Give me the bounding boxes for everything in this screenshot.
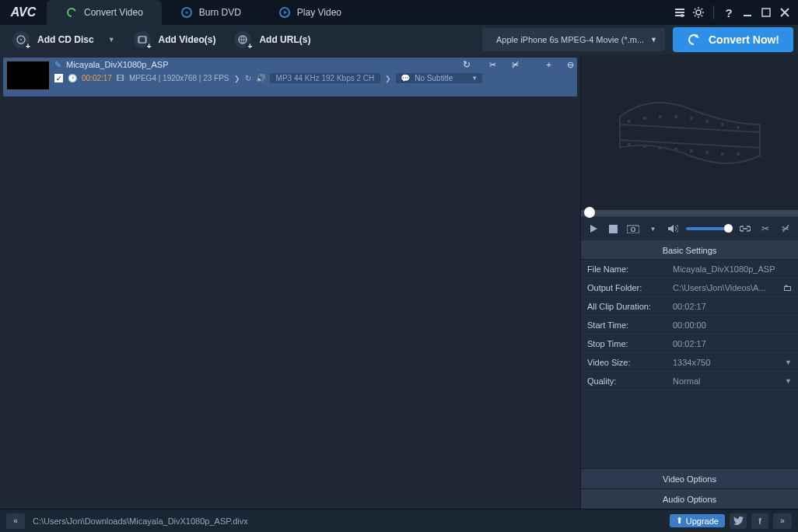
setting-value: 00:02:17 (673, 302, 792, 311)
chevron-down-icon: ▼ (785, 359, 792, 366)
film-reel-icon (612, 86, 768, 179)
chevron-down-icon: ▼ (785, 377, 792, 385)
collapse-button[interactable]: « (6, 513, 25, 529)
source-path: C:\Users\Jon\Downloads\Micayala_DivX1080… (33, 516, 248, 526)
setting-value[interactable]: 00:02:17 (673, 339, 792, 348)
svg-point-6 (681, 14, 684, 17)
expand-button[interactable]: » (773, 513, 792, 529)
clock-icon: 🕑 (68, 74, 77, 82)
globe-plus-icon (234, 31, 251, 48)
file-item[interactable]: ✎ Micayala_DivX1080p_ASP ↻ ✂ ✂̸ + ⊖ ✓ 🕑 (3, 58, 577, 96)
seek-slider[interactable] (581, 210, 798, 216)
svg-rect-24 (628, 143, 631, 146)
upgrade-label: Upgrade (686, 516, 719, 526)
svg-rect-31 (737, 152, 740, 156)
scissors-icon[interactable]: ✂ (489, 60, 496, 70)
tab-play-video[interactable]: Play Video (260, 0, 360, 25)
svg-point-1 (185, 12, 187, 14)
stop-icon[interactable] (607, 222, 618, 235)
remove-icon[interactable]: ⊖ (567, 60, 574, 70)
chevron-down-icon[interactable]: ▼ (647, 222, 659, 235)
svg-rect-17 (643, 117, 646, 120)
title-bar: AVC Convert Video Burn DVD Play Video ? (0, 0, 798, 25)
setting-value[interactable]: 00:00:00 (673, 320, 792, 330)
svg-rect-28 (690, 149, 693, 152)
options-icon[interactable] (673, 5, 687, 19)
video-thumbnail (6, 61, 50, 90)
maximize-icon[interactable] (759, 5, 773, 19)
plus-icon[interactable]: + (547, 60, 551, 69)
setting-label: Output Folder: (587, 283, 673, 292)
chevron-right-icon[interactable]: ❯ (234, 75, 240, 82)
gear-icon[interactable] (691, 5, 705, 19)
crop-icon[interactable]: ✂̸ (512, 60, 519, 70)
volume-icon[interactable] (667, 222, 678, 235)
folder-icon[interactable]: 🗀 (783, 283, 792, 292)
setting-start-time: Start Time: 00:00:00 (581, 316, 798, 334)
setting-quality[interactable]: Quality: Normal ▼ (581, 372, 798, 390)
svg-rect-14 (145, 37, 146, 43)
speaker-icon: 🔊 (256, 74, 265, 82)
minimize-icon[interactable] (740, 5, 754, 19)
svg-rect-4 (675, 12, 684, 13)
player-controls: ▼ ✂ ✂̸ (581, 216, 798, 241)
video-options-button[interactable]: Video Options (581, 468, 798, 488)
play-icon[interactable] (587, 222, 599, 235)
button-label: Add CD Disc (37, 34, 94, 45)
setting-output-folder: Output Folder: C:\Users\Jon\Videos\A... … (581, 278, 798, 297)
subtitle-selector[interactable]: 💬 No Subtitle ▼ (396, 73, 482, 83)
setting-value: Normal (673, 376, 785, 386)
audio-info[interactable]: MP3 44 KHz 192 Kbps 2 CH (270, 73, 381, 83)
setting-value[interactable]: Micayala_DivX1080p_ASP (673, 264, 792, 274)
setting-video-size[interactable]: Video Size: 1334x750 ▼ (581, 353, 798, 372)
file-checkbox[interactable]: ✓ (54, 74, 63, 82)
button-label: Convert Now! (709, 33, 779, 46)
setting-label: All Clip Duration: (587, 302, 673, 311)
help-icon[interactable]: ? (722, 5, 736, 19)
reload-icon[interactable]: ↻ (463, 59, 471, 70)
close-icon[interactable] (778, 5, 792, 19)
link-icon[interactable] (739, 222, 751, 235)
seek-thumb[interactable] (584, 207, 595, 218)
setting-label: Start Time: (587, 320, 673, 330)
setting-label: Stop Time: (587, 339, 673, 348)
file-list-pane: ✎ Micayala_DivX1080p_ASP ↻ ✂ ✂̸ + ⊖ ✓ 🕑 (0, 54, 580, 509)
convert-now-button[interactable]: Convert Now! (673, 27, 793, 52)
svg-rect-22 (721, 123, 724, 126)
chevron-right-icon[interactable]: ❯ (385, 75, 391, 82)
preview-area (581, 54, 798, 210)
setting-value: 1334x750 (673, 358, 785, 367)
svg-point-34 (631, 228, 635, 232)
svg-rect-9 (762, 9, 770, 16)
tab-label: Play Video (297, 7, 341, 18)
refresh-icon (687, 33, 701, 47)
add-urls-button[interactable]: Add URL(s) (226, 28, 318, 51)
svg-rect-3 (675, 9, 684, 10)
setting-value[interactable]: C:\Users\Jon\Videos\A... (673, 283, 780, 292)
tab-convert-video[interactable]: Convert Video (47, 0, 162, 25)
refresh-small-icon[interactable]: ↻ (245, 74, 251, 82)
tab-burn-dvd[interactable]: Burn DVD (162, 0, 260, 25)
facebook-button[interactable]: f (751, 513, 768, 529)
pencil-icon[interactable]: ✎ (54, 60, 61, 70)
subtitle-text: No Subtitle (415, 74, 453, 82)
play-circle-icon (278, 6, 291, 19)
svg-rect-13 (138, 37, 140, 43)
disc-plus-icon (12, 31, 30, 48)
twitter-button[interactable] (730, 513, 747, 529)
crop-icon[interactable]: ✂̸ (779, 222, 792, 235)
audio-options-button[interactable]: Audio Options (581, 488, 798, 509)
upgrade-button[interactable]: ⬆ Upgrade (670, 514, 725, 527)
add-cd-disc-button[interactable]: Add CD Disc ▼ (5, 28, 123, 51)
svg-rect-18 (659, 115, 662, 118)
output-profile-selector[interactable]: Apple iPhone 6s MPEG-4 Movie (*.m... ▼ (482, 28, 665, 51)
setting-file-name: File Name: Micayala_DivX1080p_ASP (581, 260, 798, 278)
scissors-icon[interactable]: ✂ (759, 222, 772, 235)
svg-rect-27 (674, 148, 677, 151)
add-videos-button[interactable]: Add Video(s) (126, 28, 224, 51)
volume-slider[interactable] (686, 227, 731, 230)
svg-rect-29 (705, 151, 709, 154)
snapshot-icon[interactable] (627, 222, 639, 235)
button-label: Add URL(s) (259, 34, 310, 45)
tab-label: Convert Video (84, 7, 143, 18)
